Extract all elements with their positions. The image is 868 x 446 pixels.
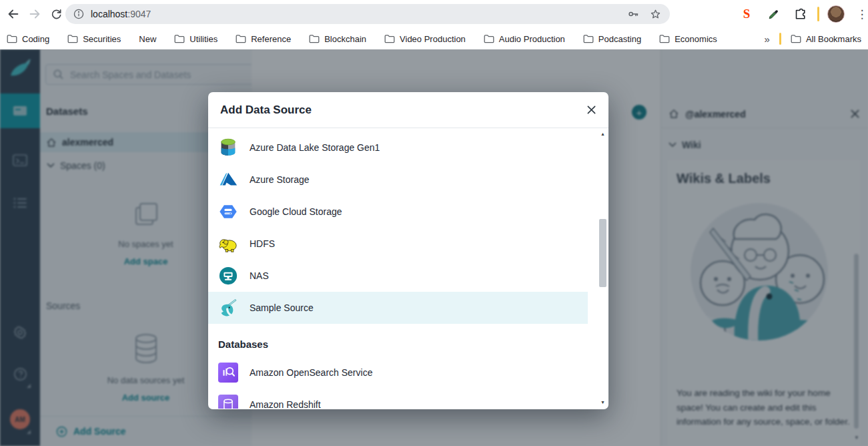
data-source-label: HDFS [250, 238, 275, 249]
data-source-option[interactable]: Amazon Redshift [208, 389, 588, 409]
site-info-icon[interactable] [73, 9, 84, 19]
data-source-option[interactable]: HDFS [208, 228, 588, 260]
folder-icon [791, 34, 801, 43]
bookmark-item[interactable]: Audio Production [484, 34, 565, 44]
modal-close-icon[interactable] [586, 105, 596, 115]
toolbar-separator [817, 7, 819, 21]
forward-icon [27, 7, 42, 21]
folder-icon [309, 34, 320, 43]
extensions-button[interactable] [791, 5, 809, 23]
gcs-icon [218, 202, 238, 222]
eyedropper-icon [767, 8, 780, 21]
forward-button[interactable] [24, 3, 45, 25]
bookmark-star-icon[interactable] [649, 8, 662, 21]
data-source-label: Amazon Redshift [250, 399, 321, 409]
bookmarks-bar: CodingSecuritiesNewUtilitiesReferenceBlo… [0, 28, 868, 49]
folder-icon [67, 34, 78, 43]
data-source-label: NAS [250, 270, 269, 281]
folder-icon [583, 34, 594, 43]
data-source-label: Azure Data Lake Storage Gen1 [250, 142, 380, 153]
screen: localhost:9047 S ⋮ CodingSecuritiesNewUt… [0, 0, 868, 446]
browser-profile-avatar[interactable] [827, 5, 845, 23]
data-source-option[interactable]: Azure Storage [208, 164, 588, 196]
url-bar[interactable]: localhost:9047 [65, 4, 670, 24]
folder-icon [7, 34, 17, 43]
back-button[interactable] [3, 3, 24, 25]
opensearch-icon [218, 363, 238, 383]
back-icon [6, 7, 21, 21]
data-source-option[interactable]: Amazon OpenSearch Service [208, 357, 588, 389]
reload-button[interactable] [45, 3, 67, 25]
hdfs-icon [218, 234, 238, 254]
bookmarks-overflow-button[interactable]: » [765, 33, 770, 45]
bookmark-item[interactable]: Reference [236, 34, 291, 44]
scroll-up-arrow[interactable]: ▲ [598, 130, 607, 138]
bookmark-item[interactable]: Podcasting [583, 34, 641, 44]
data-source-option[interactable]: Google Cloud Storage [208, 196, 588, 228]
bookmark-item[interactable]: Securities [67, 34, 121, 44]
extension-svelte[interactable]: S [737, 5, 756, 23]
browser-menu-button[interactable]: ⋮ [853, 5, 868, 23]
bookmarks-separator [779, 33, 781, 45]
azure-icon [218, 170, 238, 190]
databases-section-header: Databases [218, 339, 608, 350]
narwhal-icon [218, 298, 238, 318]
redshift-icon [218, 395, 238, 409]
data-source-label: Sample Source [250, 302, 314, 313]
url-text: localhost:9047 [91, 9, 151, 19]
data-source-option[interactable]: NAS [208, 260, 588, 292]
nas-icon [218, 266, 238, 286]
folder-icon [659, 34, 670, 43]
browser-toolbar: localhost:9047 S ⋮ [0, 0, 868, 28]
folder-icon [174, 34, 185, 43]
bookmark-item[interactable]: Economics [659, 34, 717, 44]
svelte-icon: S [743, 7, 751, 21]
folder-icon [384, 34, 395, 43]
bookmark-item[interactable]: Video Production [384, 34, 466, 44]
data-source-label: Google Cloud Storage [250, 206, 342, 217]
modal-scrollbar[interactable]: ▲ ▼ [598, 130, 607, 407]
add-data-source-modal: Add Data Source Azure Data Lake Storage … [208, 92, 608, 409]
reload-icon [49, 7, 63, 21]
password-manager-icon[interactable] [626, 7, 640, 21]
folder-icon [484, 34, 494, 43]
adls-icon [218, 138, 238, 158]
all-bookmarks-button[interactable]: All Bookmarks [791, 34, 861, 44]
modal-title: Add Data Source [220, 103, 312, 117]
extension-eyedropper[interactable] [764, 5, 783, 23]
scrollbar-thumb[interactable] [599, 219, 606, 287]
kebab-menu-icon: ⋮ [857, 7, 868, 21]
data-source-label: Azure Storage [250, 174, 310, 185]
bookmark-item[interactable]: Blockchain [309, 34, 366, 44]
scroll-down-arrow[interactable]: ▼ [598, 399, 607, 407]
data-source-option[interactable]: Sample Source [208, 292, 588, 324]
data-source-option[interactable]: Azure Data Lake Storage Gen1 [208, 132, 588, 164]
bookmark-item[interactable]: New [139, 34, 156, 44]
bookmark-item[interactable]: Coding [7, 34, 49, 44]
data-source-label: Amazon OpenSearch Service [250, 367, 372, 378]
puzzle-icon [793, 7, 807, 21]
bookmark-item[interactable]: Utilities [174, 34, 218, 44]
folder-icon [236, 34, 246, 43]
